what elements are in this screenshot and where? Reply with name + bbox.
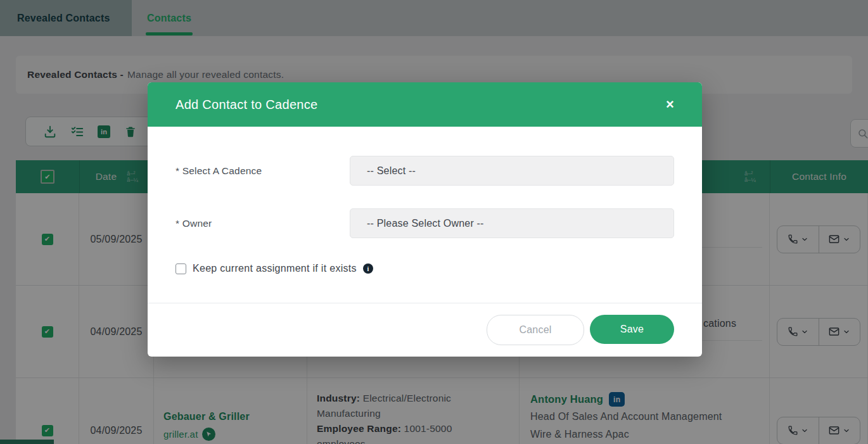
close-icon[interactable]: × — [666, 98, 674, 111]
cadence-field-row: * Select A Cadence -- Select -- — [176, 156, 674, 186]
modal-header: Add Contact to Cadence × — [148, 82, 702, 127]
keep-assignment-row: Keep current assignment if it exists i — [176, 263, 373, 274]
cadence-select[interactable]: -- Select -- — [350, 156, 674, 186]
modal-footer-divider — [148, 303, 702, 303]
modal-title: Add Contact to Cadence — [176, 98, 666, 112]
save-button[interactable]: Save — [590, 315, 674, 344]
owner-select[interactable]: -- Please Select Owner -- — [350, 208, 674, 238]
info-icon[interactable]: i — [363, 263, 373, 274]
cancel-button[interactable]: Cancel — [487, 315, 584, 345]
add-contact-to-cadence-modal: Add Contact to Cadence × * Select A Cade… — [148, 82, 702, 357]
cadence-field-label: * Select A Cadence — [176, 156, 262, 186]
owner-field-row: * Owner -- Please Select Owner -- — [176, 208, 674, 238]
keep-assignment-label: Keep current assignment if it exists — [193, 263, 357, 274]
revealed-contacts-page: Revealed Contacts Contacts Revealed Cont… — [0, 0, 868, 444]
keep-assignment-checkbox[interactable] — [176, 263, 186, 274]
owner-field-label: * Owner — [176, 208, 212, 238]
